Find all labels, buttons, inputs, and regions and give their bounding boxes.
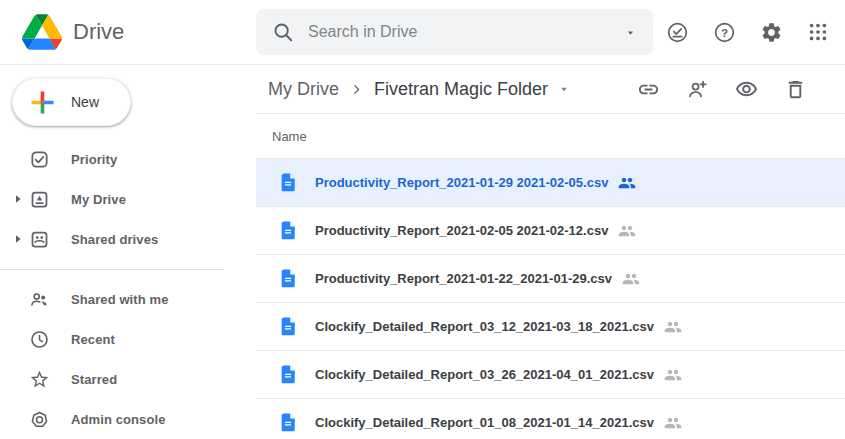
get-link-icon[interactable]	[636, 77, 660, 101]
breadcrumb-chevron-icon	[348, 81, 365, 98]
file-name: Clockify_Detailed_Report_03_26_2021-04_0…	[315, 367, 654, 382]
sidebar-item-label: Shared with me	[71, 292, 168, 307]
sidebar-item-label: Shared drives	[71, 232, 158, 247]
sidebar-item-priority[interactable]: Priority	[0, 139, 256, 179]
file-name: Clockify_Detailed_Report_01_08_2021-01_1…	[315, 415, 654, 430]
search-options-caret-icon[interactable]	[624, 26, 637, 39]
expand-caret-icon[interactable]	[7, 194, 28, 204]
sidebar-item-label: My Drive	[71, 192, 126, 207]
file-name: Productivity_Report_2021-01-29 2021-02-0…	[315, 175, 608, 190]
sidebar-item-label: Admin console	[71, 412, 165, 427]
name-column-label: Name	[272, 129, 307, 144]
search-input[interactable]	[308, 23, 610, 41]
admin-console-icon	[28, 409, 50, 430]
star-icon	[28, 369, 50, 390]
breadcrumb-current-folder[interactable]: Fivetran Magic Folder	[374, 79, 571, 100]
shared-people-icon	[664, 318, 682, 336]
shared-people-icon	[618, 222, 636, 240]
breadcrumb-my-drive[interactable]: My Drive	[268, 79, 339, 100]
shared-people-icon	[664, 414, 682, 432]
sidebar: New Priority My	[0, 65, 256, 439]
sidebar-item-shared-drives[interactable]: Shared drives	[0, 219, 256, 259]
priority-check-icon	[28, 149, 50, 170]
sidebar-item-starred[interactable]: Starred	[0, 359, 256, 399]
svg-text:?: ?	[720, 26, 727, 38]
file-row[interactable]: Productivity_Report_2021-01-29 2021-02-0…	[256, 159, 845, 207]
header-actions: ?	[665, 20, 845, 44]
shared-people-icon	[622, 270, 640, 288]
new-button[interactable]: New	[12, 78, 131, 126]
file-row[interactable]: Productivity_Report_2021-01-22_2021-01-2…	[256, 255, 845, 303]
shared-drives-icon	[28, 229, 50, 250]
shared-people-icon	[664, 366, 682, 384]
csv-file-icon	[279, 412, 297, 433]
settings-icon[interactable]	[759, 20, 783, 44]
folder-toolbar: My Drive Fivetran Magic Folder	[256, 65, 845, 114]
current-folder-name: Fivetran Magic Folder	[374, 79, 548, 100]
google-drive-logo-icon	[22, 14, 62, 50]
my-drive-icon	[28, 189, 50, 210]
csv-file-icon	[279, 172, 297, 193]
csv-file-icon	[279, 364, 297, 385]
sidebar-item-my-drive[interactable]: My Drive	[0, 179, 256, 219]
preview-eye-icon[interactable]	[734, 77, 758, 101]
csv-file-icon	[279, 220, 297, 241]
sidebar-nav: Priority My Drive	[0, 139, 256, 439]
file-row[interactable]: Clockify_Detailed_Report_03_26_2021-04_0…	[256, 351, 845, 399]
sidebar-item-label: Recent	[71, 332, 115, 347]
file-name: Productivity_Report_2021-01-22_2021-01-2…	[315, 271, 612, 286]
toolbar-actions	[636, 77, 845, 101]
csv-file-icon	[279, 268, 297, 289]
sidebar-item-label: Starred	[71, 372, 117, 387]
file-row[interactable]: Clockify_Detailed_Report_03_12_2021-03_1…	[256, 303, 845, 351]
folder-menu-caret-icon	[557, 82, 571, 96]
shared-with-me-icon	[28, 289, 50, 310]
new-plus-icon	[26, 86, 59, 119]
shared-people-icon	[618, 174, 636, 192]
new-button-label: New	[71, 94, 99, 110]
file-row[interactable]: Clockify_Detailed_Report_01_08_2021-01_1…	[256, 399, 845, 439]
main-content: My Drive Fivetran Magic Folder	[256, 65, 845, 439]
sidebar-divider	[0, 269, 224, 270]
recent-clock-icon	[28, 329, 50, 350]
file-name: Productivity_Report_2021-02-05 2021-02-1…	[315, 223, 608, 238]
google-apps-icon[interactable]	[806, 20, 830, 44]
sidebar-item-label: Priority	[71, 152, 117, 167]
sidebar-item-recent[interactable]: Recent	[0, 319, 256, 359]
drive-logo-home[interactable]: Drive	[0, 14, 256, 50]
top-header: Drive ?	[0, 0, 845, 65]
search-icon	[272, 21, 294, 43]
search-bar[interactable]	[256, 9, 653, 55]
add-people-icon[interactable]	[685, 77, 709, 101]
help-icon[interactable]: ?	[712, 20, 736, 44]
expand-caret-icon[interactable]	[7, 234, 28, 244]
name-column-header[interactable]: Name	[256, 114, 845, 159]
file-list: Productivity_Report_2021-01-29 2021-02-0…	[256, 159, 845, 439]
trash-icon[interactable]	[783, 77, 807, 101]
app-title: Drive	[73, 19, 124, 45]
file-name: Clockify_Detailed_Report_03_12_2021-03_1…	[315, 319, 654, 334]
file-row[interactable]: Productivity_Report_2021-02-05 2021-02-1…	[256, 207, 845, 255]
sidebar-item-shared-with-me[interactable]: Shared with me	[0, 279, 256, 319]
offline-status-icon[interactable]	[665, 20, 689, 44]
csv-file-icon	[279, 316, 297, 337]
sidebar-item-admin-console[interactable]: Admin console	[0, 399, 256, 439]
